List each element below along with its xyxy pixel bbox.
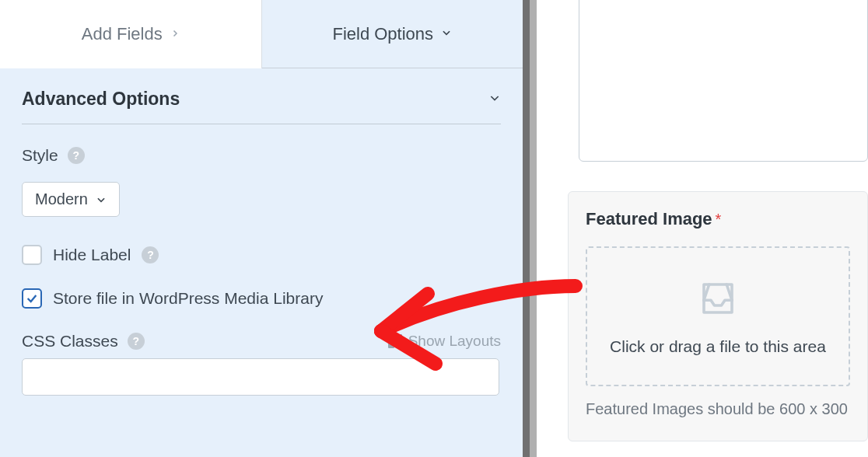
chevron-down-icon [96,194,107,205]
tab-field-options-label: Field Options [332,24,433,44]
advanced-options-body: Style ? Modern Hide Label ? Store file i… [0,124,523,396]
grid-icon [388,334,402,348]
store-media-row: Store file in WordPress Media Library [22,288,501,309]
dropzone-text: Click or drag a file to this area [610,337,826,356]
store-media-text: Store file in WordPress Media Library [53,289,323,308]
inbox-icon [697,277,739,323]
css-classes-input[interactable] [22,358,499,396]
help-icon[interactable]: ? [128,333,145,350]
chevron-right-icon [170,27,180,41]
hide-label-checkbox[interactable] [22,245,42,265]
preview-upper-box [579,0,868,162]
store-media-checkbox[interactable] [22,288,42,309]
featured-image-dropzone[interactable]: Click or drag a file to this area [586,246,850,386]
css-classes-header: CSS Classes ? Show Layouts [22,332,501,351]
pane-divider[interactable] [523,0,537,457]
style-select[interactable]: Modern [22,182,120,217]
featured-image-label: Featured Image [586,209,712,228]
style-row: Style ? [22,146,501,165]
tab-add-fields-label: Add Fields [82,24,163,44]
featured-image-field: Featured Image* Click or drag a file to … [568,191,868,441]
chevron-down-icon [488,90,501,108]
featured-image-note: Featured Images should be 600 x 300 [586,400,850,418]
help-icon[interactable]: ? [68,147,85,164]
hide-label-text: Hide Label [53,246,131,264]
hide-label-row: Hide Label ? [22,245,501,265]
settings-panel: Add Fields Field Options Advanced Option… [0,0,523,457]
show-layouts-label: Show Layouts [408,333,501,350]
tab-add-fields[interactable]: Add Fields [0,0,262,68]
tab-field-options[interactable]: Field Options [262,0,523,68]
help-icon[interactable]: ? [142,246,159,263]
css-classes-label: CSS Classes [22,332,118,351]
chevron-down-icon [441,27,452,41]
style-label: Style [22,146,58,165]
required-asterisk: * [716,211,722,228]
advanced-options-title: Advanced Options [22,89,180,110]
tab-bar: Add Fields Field Options [0,0,523,68]
style-value: Modern [35,190,88,208]
featured-image-title-row: Featured Image* [586,209,850,229]
advanced-options-accordion[interactable]: Advanced Options [22,68,501,124]
preview-pane: Featured Image* Click or drag a file to … [537,0,868,457]
show-layouts-button[interactable]: Show Layouts [388,333,501,350]
